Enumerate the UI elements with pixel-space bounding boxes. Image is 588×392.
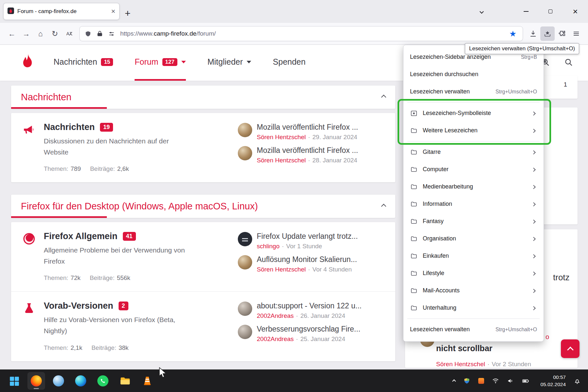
menu-item-manage-bookmarks-bottom[interactable]: Lesezeichen verwalten Strg+Umschalt+O xyxy=(403,321,544,338)
wifi-icon[interactable] xyxy=(492,377,499,384)
post-author[interactable]: 2002Andreas xyxy=(257,335,294,342)
post[interactable]: Mozilla veröffentlicht Firefox ... Sören… xyxy=(238,146,385,164)
menu-folder-gitarre[interactable]: Gitarre xyxy=(403,143,544,161)
blue-circle-app-icon[interactable] xyxy=(50,372,67,390)
forum-title[interactable]: Vorab-Versionen xyxy=(44,301,113,311)
volume-icon[interactable] xyxy=(507,377,514,384)
chevron-right-icon xyxy=(532,127,537,134)
menu-item-bookmarks-toolbar[interactable]: Lesezeichen-Symbolleiste xyxy=(403,105,544,122)
translate-icon[interactable]: A xyxy=(62,26,76,41)
post[interactable]: Verbesserungsvorschlag Fire... 2002Andre… xyxy=(238,325,385,343)
notification-bell-icon[interactable] xyxy=(574,377,581,384)
tracking-shield-icon[interactable] xyxy=(84,29,92,38)
post-author[interactable]: Sören Hentzschel xyxy=(257,134,306,140)
post-author[interactable]: Sören Hentzschel xyxy=(257,266,306,273)
forum-title[interactable]: Nachrichten xyxy=(44,122,95,132)
bookmark-star-icon[interactable]: ★ xyxy=(507,29,519,39)
menu-item-manage-bookmarks[interactable]: Lesezeichen verwalten Strg+Umschalt+O xyxy=(403,83,544,100)
forum-row-nachrichten[interactable]: Nachrichten 19 Diskussionen zu den Nachr… xyxy=(11,113,395,182)
start-button[interactable] xyxy=(5,372,23,390)
lock-icon[interactable] xyxy=(95,29,104,38)
tray-app-icon[interactable] xyxy=(478,378,484,384)
collapse-icon[interactable] xyxy=(382,94,385,100)
forum-row-vorab-versionen[interactable]: Vorab-Versionen 2 Hilfe zu Vorab-Version… xyxy=(11,291,395,361)
tab-close-icon[interactable]: × xyxy=(111,8,115,15)
post-title[interactable]: Mozilla veröffentlicht Firefox ... xyxy=(257,146,358,155)
permissions-icon[interactable] xyxy=(107,29,116,38)
forum-row-firefox-allgemein[interactable]: Firefox Allgemein 41 Allgemeine Probleme… xyxy=(11,222,395,291)
tray-expand-icon[interactable] xyxy=(453,378,455,384)
vlc-icon[interactable] xyxy=(139,372,156,390)
avatar[interactable] xyxy=(238,325,252,339)
post-title[interactable]: Mozilla veröffentlicht Firefox ... xyxy=(257,123,358,132)
post-author[interactable]: schlingo xyxy=(257,243,280,250)
post-title[interactable]: Auflösung Monitor Skalierun... xyxy=(257,255,357,264)
collapse-icon[interactable] xyxy=(382,204,385,209)
site-logo-icon[interactable] xyxy=(18,53,38,73)
post[interactable]: Mozilla veröffentlicht Firefox ... Sören… xyxy=(238,123,385,141)
extensions-icon[interactable] xyxy=(555,26,569,41)
avatar[interactable] xyxy=(238,146,252,160)
menu-item-label: Lifestyle xyxy=(423,270,444,277)
avatar[interactable] xyxy=(238,232,252,246)
downloads-button[interactable] xyxy=(526,26,540,41)
clipped-post-title[interactable]: trotz xyxy=(553,272,570,283)
menu-folder-medienbearbeitung[interactable]: Medienbearbeitung xyxy=(403,178,544,195)
clock[interactable]: 00:57 05.02.2024 xyxy=(540,374,566,388)
firefox-taskbar-icon[interactable] xyxy=(27,372,45,390)
restore-button[interactable] xyxy=(540,0,561,23)
menu-folder-einkaufen[interactable]: Einkaufen xyxy=(403,247,544,265)
window-close-button[interactable]: × xyxy=(564,0,586,23)
menu-folder-lifestyle[interactable]: Lifestyle xyxy=(403,265,544,282)
menu-folder-information[interactable]: Information xyxy=(403,195,544,213)
beitraege-count: 2,6k xyxy=(117,165,129,172)
firefox-circle-icon xyxy=(22,231,37,246)
page-number[interactable]: 1 xyxy=(564,81,567,88)
post-title[interactable]: about:support - Version 122 u... xyxy=(257,302,362,310)
battery-icon[interactable] xyxy=(522,377,529,384)
avatar[interactable] xyxy=(238,123,252,137)
forward-button[interactable]: → xyxy=(19,26,33,41)
browser-tab[interactable]: Forum - camp-firefox.de × xyxy=(3,3,120,20)
post-title[interactable]: nicht scrollbar xyxy=(436,344,492,353)
new-tab-button[interactable]: + xyxy=(125,8,131,18)
post[interactable]: Auflösung Monitor Skalierun... Sören Hen… xyxy=(238,255,385,273)
menu-item-label: Information xyxy=(423,201,452,207)
nav-item-mitglieder[interactable]: Mitglieder xyxy=(207,45,251,81)
reload-button[interactable]: ↻ xyxy=(48,26,62,41)
nav-item-nachrichten[interactable]: Nachrichten 15 xyxy=(54,45,113,81)
post-title[interactable]: Firefox Update verlangt trotz... xyxy=(257,232,358,241)
post-author[interactable]: Sören Hentzschel xyxy=(257,157,306,164)
search-icon[interactable] xyxy=(564,58,573,68)
post-author[interactable]: 2002Andreas xyxy=(257,312,294,319)
nav-item-forum[interactable]: Forum 127 xyxy=(135,45,186,81)
home-button[interactable]: ⌂ xyxy=(33,26,48,41)
security-shield-icon[interactable] xyxy=(463,377,470,384)
avatar[interactable] xyxy=(238,255,252,270)
address-bar[interactable]: https://www.camp-firefox.de/forum/ ★ xyxy=(80,26,523,41)
menu-folder-unterhaltung[interactable]: Unterhaltung xyxy=(403,299,544,317)
scroll-to-top-button[interactable] xyxy=(561,339,580,358)
post[interactable]: about:support - Version 122 u... 2002And… xyxy=(238,302,385,319)
menu-folder-organisation[interactable]: Organisation xyxy=(403,230,544,247)
whatsapp-icon[interactable] xyxy=(94,372,112,390)
menu-item-search-bookmarks[interactable]: Lesezeichen durchsuchen xyxy=(403,66,544,83)
edge-icon[interactable] xyxy=(72,372,90,390)
minimize-button[interactable] xyxy=(515,0,537,23)
nav-item-spenden[interactable]: Spenden xyxy=(273,45,305,81)
back-button[interactable]: ← xyxy=(5,26,19,41)
menu-folder-mail-accounts[interactable]: Mail-Accounts xyxy=(403,282,544,299)
menu-folder-computer[interactable]: Computer xyxy=(403,161,544,178)
menu-item-other-bookmarks[interactable]: Weitere Lesezeichen xyxy=(403,122,544,139)
file-explorer-icon[interactable] xyxy=(116,372,134,390)
menu-folder-fantasy[interactable]: Fantasy xyxy=(403,213,544,230)
post-author[interactable]: Sören Hentzschel xyxy=(436,361,485,368)
post[interactable]: Firefox Update verlangt trotz... schling… xyxy=(238,232,385,250)
post-title[interactable]: Verbesserungsvorschlag Fire... xyxy=(257,325,360,334)
bookmarks-menu-button[interactable] xyxy=(540,26,555,41)
menu-button[interactable] xyxy=(569,26,583,41)
forum-title[interactable]: Firefox Allgemein xyxy=(44,231,118,241)
list-tabs-button[interactable] xyxy=(472,0,491,23)
url-text[interactable]: https://www.camp-firefox.de/forum/ xyxy=(120,30,504,37)
avatar[interactable] xyxy=(238,302,252,316)
